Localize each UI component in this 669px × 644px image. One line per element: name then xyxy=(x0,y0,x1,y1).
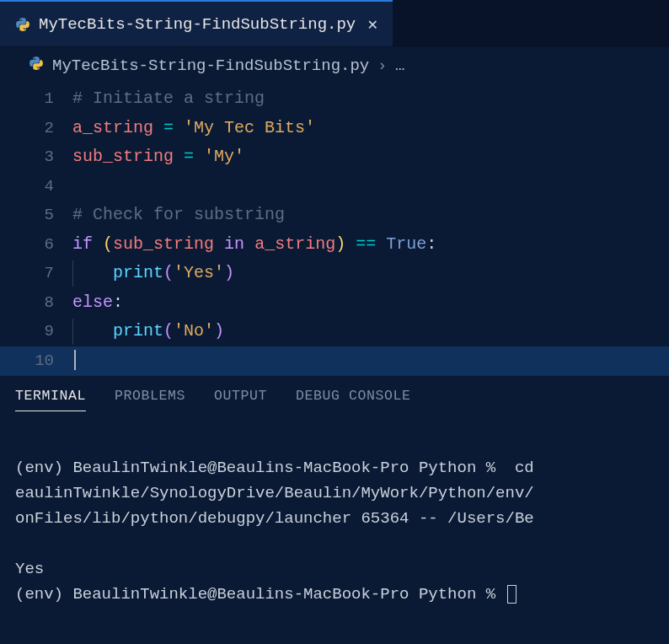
code-line[interactable]: 6if (sub_string in a_string) == True: xyxy=(0,230,669,260)
panel-tabs: TERMINALPROBLEMSOUTPUTDEBUG CONSOLE xyxy=(0,376,669,411)
line-number: 8 xyxy=(0,288,72,318)
python-icon xyxy=(15,17,30,32)
code-line[interactable]: 10 xyxy=(0,346,669,376)
line-number: 6 xyxy=(0,230,72,260)
terminal-line: (env) BeaulinTwinkle@Beaulins-MacBook-Pr… xyxy=(15,455,654,480)
breadcrumb-file[interactable]: MyTecBits-String-FindSubString.py xyxy=(52,56,369,75)
vscode-window: MyTecBits-String-FindSubString.py ✕ MyTe… xyxy=(0,0,669,644)
code-content: print('No') xyxy=(72,317,224,346)
code-content xyxy=(72,346,76,376)
code-line[interactable]: 4 xyxy=(0,172,669,201)
line-number: 7 xyxy=(0,259,72,288)
code-content: sub_string = 'My' xyxy=(72,142,244,172)
breadcrumb-ellipsis[interactable]: … xyxy=(395,56,404,75)
panel-tab-debug-console[interactable]: DEBUG CONSOLE xyxy=(296,388,411,411)
line-number: 9 xyxy=(0,317,72,346)
code-line[interactable]: 1# Initiate a string xyxy=(0,84,669,114)
code-line[interactable]: 9 print('No') xyxy=(0,317,669,346)
code-line[interactable]: 8else: xyxy=(0,288,669,318)
line-number: 10 xyxy=(0,346,72,376)
terminal-line xyxy=(15,531,654,556)
code-editor[interactable]: 1# Initiate a string2a_string = 'My Tec … xyxy=(0,83,669,375)
line-number: 5 xyxy=(0,201,72,230)
editor-cursor xyxy=(74,350,76,370)
code-line[interactable]: 3sub_string = 'My' xyxy=(0,142,669,172)
close-icon[interactable]: ✕ xyxy=(367,13,377,35)
terminal-output[interactable]: (env) BeaulinTwinkle@Beaulins-MacBook-Pr… xyxy=(0,411,669,644)
code-content: print('Yes') xyxy=(72,259,234,288)
tab-filename: MyTecBits-String-FindSubString.py xyxy=(39,15,356,34)
editor-tab[interactable]: MyTecBits-String-FindSubString.py ✕ xyxy=(0,0,393,46)
bottom-panel: TERMINALPROBLEMSOUTPUTDEBUG CONSOLE (env… xyxy=(0,375,669,644)
python-icon xyxy=(29,56,44,76)
code-line[interactable]: 2a_string = 'My Tec Bits' xyxy=(0,114,669,143)
panel-tab-output[interactable]: OUTPUT xyxy=(214,388,267,411)
code-line[interactable]: 5# Check for substring xyxy=(0,201,669,230)
terminal-line: (env) BeaulinTwinkle@Beaulins-MacBook-Pr… xyxy=(15,582,654,607)
line-number: 2 xyxy=(0,114,72,143)
chevron-right-icon: › xyxy=(377,57,387,74)
line-number: 3 xyxy=(0,142,72,172)
line-number: 1 xyxy=(0,84,72,114)
code-content: # Initiate a string xyxy=(72,84,265,114)
line-number: 4 xyxy=(0,172,72,201)
code-content: # Check for substring xyxy=(72,201,285,230)
code-content: if (sub_string in a_string) == True: xyxy=(72,230,436,260)
terminal-line: onFiles/lib/python/debugpy/launcher 6536… xyxy=(15,506,654,531)
terminal-cursor xyxy=(507,585,516,604)
terminal-line: Yes xyxy=(15,556,654,582)
code-content: a_string = 'My Tec Bits' xyxy=(72,114,315,143)
terminal-line xyxy=(15,430,654,455)
terminal-line: eaulinTwinkle/SynologyDrive/Beaulin/MyWo… xyxy=(15,480,654,506)
tab-bar: MyTecBits-String-FindSubString.py ✕ xyxy=(0,0,669,47)
panel-tab-problems[interactable]: PROBLEMS xyxy=(115,388,185,411)
code-line[interactable]: 7 print('Yes') xyxy=(0,259,669,288)
panel-tab-terminal[interactable]: TERMINAL xyxy=(15,388,86,411)
breadcrumb: MyTecBits-String-FindSubString.py › … xyxy=(0,47,669,83)
code-content: else: xyxy=(72,288,123,318)
